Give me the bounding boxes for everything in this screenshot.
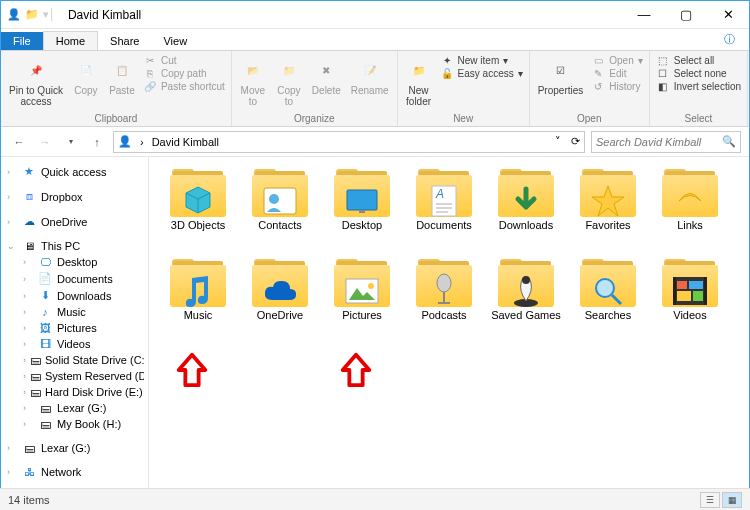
open-button[interactable]: ▭Open▾: [591, 55, 642, 66]
easy-access-icon: 🔓: [440, 68, 454, 79]
home-tab[interactable]: Home: [43, 31, 98, 50]
minimize-button[interactable]: —: [623, 1, 665, 29]
tree-drive-e[interactable]: ›🖴Hard Disk Drive (E:): [5, 384, 144, 400]
refresh-button[interactable]: ⟳: [565, 135, 580, 148]
history-icon: ↺: [591, 81, 605, 92]
file-tab[interactable]: File: [1, 32, 43, 50]
tree-drive-h[interactable]: ›🖴My Book (H:): [5, 416, 144, 432]
select-none-button[interactable]: ☐Select none: [656, 68, 741, 79]
tree-pictures[interactable]: ›🖼Pictures: [5, 320, 144, 336]
tree-videos[interactable]: ›🎞Videos: [5, 336, 144, 352]
view-tab[interactable]: View: [151, 32, 199, 50]
history-button[interactable]: ↺History: [591, 81, 642, 92]
new-item-button[interactable]: ✦New item▾: [440, 55, 523, 66]
paste-button[interactable]: 📋Paste: [107, 55, 137, 98]
back-button[interactable]: ←: [9, 132, 29, 152]
tree-quick-access[interactable]: ›★Quick access: [5, 163, 144, 180]
tree-drive-d[interactable]: ›🖴System Reserved (D:): [5, 368, 144, 384]
svg-rect-5: [359, 210, 365, 213]
tree-documents[interactable]: ›📄Documents: [5, 270, 144, 287]
dropbox-icon: ⧈: [21, 190, 37, 203]
copy-button[interactable]: 📄Copy: [71, 55, 101, 98]
cut-button[interactable]: ✂Cut: [143, 55, 225, 66]
item-count: 14 items: [8, 494, 50, 506]
folder-item[interactable]: Music: [157, 257, 239, 347]
search-icon: [590, 273, 626, 309]
pin-to-quick-access-button[interactable]: 📌Pin to Quick access: [7, 55, 65, 109]
folder-item[interactable]: Links: [649, 167, 731, 257]
organize-group-label: Organize: [294, 113, 335, 124]
svg-point-20: [596, 279, 614, 297]
pictures-icon: 🖼: [37, 322, 53, 334]
tree-lexar-g[interactable]: ›🖴Lexar (G:): [5, 440, 144, 456]
icons-view-button[interactable]: ▦: [722, 492, 742, 508]
cloud-icon: [262, 273, 298, 309]
folder-icon: 📁: [25, 8, 39, 21]
delete-button[interactable]: ✖Delete: [310, 55, 343, 98]
tree-desktop[interactable]: ›🖵Desktop: [5, 254, 144, 270]
tree-drive-c[interactable]: ›🖴Solid State Drive (C:): [5, 352, 144, 368]
easy-access-button[interactable]: 🔓Easy access▾: [440, 68, 523, 79]
recent-locations-button[interactable]: ▾: [61, 132, 81, 152]
drive-icon: 🖴: [30, 386, 41, 398]
desktop-icon: 🖵: [37, 256, 53, 268]
share-tab[interactable]: Share: [98, 32, 151, 50]
contact-icon: [262, 183, 298, 219]
tree-this-pc[interactable]: ⌄🖥This PC: [5, 238, 144, 254]
properties-button[interactable]: ☑Properties: [536, 55, 586, 98]
up-button[interactable]: ↑: [87, 132, 107, 152]
folder-item[interactable]: Favorites: [567, 167, 649, 257]
tree-network[interactable]: ›🖧Network: [5, 464, 144, 480]
new-folder-button[interactable]: 📁New folder: [404, 55, 434, 109]
copy-to-button[interactable]: 📁Copy to: [274, 55, 304, 109]
folder-item[interactable]: Contacts: [239, 167, 321, 257]
copy-to-icon: 📁: [276, 57, 302, 83]
ribbon-collapse-button[interactable]: ⓘ: [710, 29, 749, 50]
paste-icon: 📋: [109, 57, 135, 83]
video-icon: [672, 273, 708, 309]
maximize-button[interactable]: ▢: [665, 1, 707, 29]
folder-item[interactable]: Saved Games: [485, 257, 567, 347]
address-bar: ← → ▾ ↑ 👤 › David Kimball ˅ ⟳ Search Dav…: [1, 127, 749, 157]
folder-contents[interactable]: 3D Objects Contacts Desktop A Documents: [149, 157, 749, 489]
copy-path-button[interactable]: ⎘Copy path: [143, 68, 225, 79]
folder-item[interactable]: A Documents: [403, 167, 485, 257]
chevron-down-icon[interactable]: ˅: [555, 135, 561, 148]
folder-item[interactable]: Searches: [567, 257, 649, 347]
annotation-arrow: [337, 351, 375, 389]
folder-item[interactable]: Videos: [649, 257, 731, 347]
folder-item[interactable]: Pictures: [321, 257, 403, 347]
cube-icon: [180, 183, 216, 219]
edit-button[interactable]: ✎Edit: [591, 68, 642, 79]
new-folder-icon: 📁: [406, 57, 432, 83]
music-icon: ♪: [37, 306, 53, 318]
folder-item[interactable]: Podcasts: [403, 257, 485, 347]
search-input[interactable]: Search David Kimball 🔍: [591, 131, 741, 153]
drive-icon: 🖴: [30, 370, 41, 382]
rename-button[interactable]: 📝Rename: [349, 55, 391, 98]
move-to-button[interactable]: 📂Move to: [238, 55, 268, 109]
close-button[interactable]: ✕: [707, 1, 749, 29]
tree-drive-g[interactable]: ›🖴Lexar (G:): [5, 400, 144, 416]
music-icon: [180, 273, 216, 309]
network-icon: 🖧: [21, 466, 37, 478]
details-view-button[interactable]: ☰: [700, 492, 720, 508]
navigation-pane[interactable]: ›★Quick access ›⧈Dropbox ›☁OneDrive ⌄🖥Th…: [1, 157, 149, 489]
svg-line-21: [612, 295, 621, 304]
tree-dropbox[interactable]: ›⧈Dropbox: [5, 188, 144, 205]
address-field[interactable]: 👤 › David Kimball ˅ ⟳: [113, 131, 585, 153]
select-all-button[interactable]: ⬚Select all: [656, 55, 741, 66]
folder-item[interactable]: Desktop: [321, 167, 403, 257]
edit-icon: ✎: [591, 68, 605, 79]
forward-button[interactable]: →: [35, 132, 55, 152]
tree-music[interactable]: ›♪Music: [5, 304, 144, 320]
paste-shortcut-button[interactable]: 🔗Paste shortcut: [143, 81, 225, 92]
move-to-icon: 📂: [240, 57, 266, 83]
select-group-label: Select: [684, 113, 712, 124]
folder-item[interactable]: OneDrive: [239, 257, 321, 347]
folder-item[interactable]: Downloads: [485, 167, 567, 257]
tree-onedrive[interactable]: ›☁OneDrive: [5, 213, 144, 230]
invert-selection-button[interactable]: ◧Invert selection: [656, 81, 741, 92]
tree-downloads[interactable]: ›⬇Downloads: [5, 287, 144, 304]
folder-item[interactable]: 3D Objects: [157, 167, 239, 257]
